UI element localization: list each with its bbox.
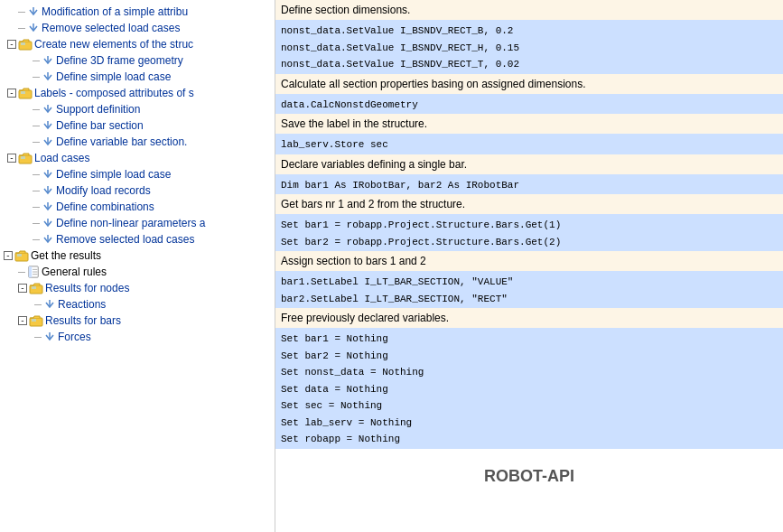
code-content: lab_serv.Store sec bbox=[281, 139, 388, 150]
expand-icon[interactable]: - bbox=[4, 251, 13, 260]
cell-content: Declare variables defining a single bar. bbox=[275, 154, 783, 174]
tree-item-general-rules[interactable]: General rules bbox=[0, 264, 275, 280]
arrow-icon bbox=[42, 119, 54, 132]
tree-item-define-bar-section[interactable]: Define bar section bbox=[0, 117, 275, 134]
tree-item-support-definition[interactable]: Support definition bbox=[0, 101, 275, 117]
arrow-icon bbox=[27, 22, 40, 34]
expand-icon[interactable]: - bbox=[18, 284, 27, 293]
expand-icon[interactable]: - bbox=[7, 89, 16, 98]
book-icon bbox=[27, 266, 40, 278]
cell-content: Calculate all section properties basing … bbox=[275, 74, 783, 94]
h-connector bbox=[18, 28, 25, 29]
cell-content: Set bar1 = Nothing Set bar2 = Nothing Se… bbox=[275, 328, 783, 449]
right-content-panel: Define section dimensions.nonst_data.Set… bbox=[275, 0, 783, 532]
tree-item-define-simple-load2[interactable]: Define simple load case bbox=[0, 166, 275, 182]
expand-icon[interactable]: - bbox=[18, 316, 27, 325]
h-connector bbox=[33, 223, 40, 224]
tree-item-labels-composed[interactable]: - Labels - composed attributes of s bbox=[0, 85, 275, 101]
tree-label: Define variable bar section. bbox=[56, 135, 187, 148]
cell-content: Get bars nr 1 and 2 from the structure. bbox=[275, 194, 783, 214]
tree-navigation: Modification of a simple attribu Remove … bbox=[0, 0, 275, 349]
table-row: Define section dimensions. bbox=[275, 0, 783, 20]
table-row: Assign section to bars 1 and 2 bbox=[275, 251, 783, 271]
tree-item-define-3d-frame[interactable]: Define 3D frame geometry bbox=[0, 52, 275, 69]
table-row: data.CalcNonstdGeometry bbox=[275, 94, 783, 115]
cell-content: nonst_data.SetValue I_BSNDV_RECT_B, 0.2 … bbox=[275, 20, 783, 74]
tree-item-get-results[interactable]: - Get the results bbox=[0, 247, 275, 264]
code-content: Set bar1 = Nothing Set bar2 = Nothing Se… bbox=[281, 333, 424, 444]
h-connector bbox=[33, 109, 40, 110]
table-row: Set bar1 = Nothing Set bar2 = Nothing Se… bbox=[275, 328, 783, 449]
tree-label: Remove selected load cases bbox=[56, 233, 194, 246]
table-row: bar1.SetLabel I_LT_BAR_SECTION, "VALUE" … bbox=[275, 271, 783, 308]
arrow-icon bbox=[42, 184, 54, 197]
table-row: Save the label in the structure. bbox=[275, 114, 783, 134]
tree-label: Forces bbox=[58, 331, 91, 343]
left-navigation-panel: Modification of a simple attribu Remove … bbox=[0, 0, 275, 532]
table-row: nonst_data.SetValue I_BSNDV_RECT_B, 0.2 … bbox=[275, 20, 783, 74]
tree-label: Define simple load case bbox=[56, 168, 171, 181]
tree-item-define-nonlinear[interactable]: Define non-linear parameters a bbox=[0, 215, 275, 231]
tree-item-reactions[interactable]: Reactions bbox=[0, 296, 275, 313]
arrow-icon bbox=[42, 54, 54, 67]
tree-label: Support definition bbox=[56, 103, 140, 116]
tree-item-mod-simple-attrib[interactable]: Modification of a simple attribu bbox=[0, 4, 275, 20]
tree-item-define-combinations[interactable]: Define combinations bbox=[0, 199, 275, 215]
tree-label: Results for bars bbox=[45, 314, 121, 327]
tree-item-create-new-elements[interactable]: - Create new elements of the struc bbox=[0, 36, 275, 52]
h-connector bbox=[33, 77, 40, 78]
tree-item-remove-load-cases-2[interactable]: Remove selected load cases bbox=[0, 231, 275, 247]
tree-item-forces[interactable]: Forces bbox=[0, 329, 275, 345]
code-content: nonst_data.SetValue I_BSNDV_RECT_B, 0.2 … bbox=[281, 25, 519, 70]
tree-label: Define 3D frame geometry bbox=[56, 54, 183, 67]
h-connector bbox=[34, 304, 42, 305]
expand-icon[interactable]: - bbox=[7, 154, 16, 163]
tree-label: Modification of a simple attribu bbox=[42, 5, 188, 18]
tree-item-load-cases[interactable]: - Load cases bbox=[0, 150, 275, 166]
tree-label: Modify load records bbox=[56, 184, 151, 197]
arrow-icon bbox=[43, 298, 56, 311]
h-connector bbox=[33, 239, 40, 240]
cell-content: lab_serv.Store sec bbox=[275, 134, 783, 154]
h-connector bbox=[33, 207, 40, 208]
arrow-icon bbox=[42, 135, 54, 148]
expand-icon[interactable]: - bbox=[7, 40, 16, 49]
folder-icon bbox=[18, 38, 33, 51]
tree-item-define-variable-bar[interactable]: Define variable bar section. bbox=[0, 134, 275, 150]
arrow-icon bbox=[27, 5, 40, 18]
arrow-icon bbox=[42, 217, 54, 229]
cell-content: Assign section to bars 1 and 2 bbox=[275, 251, 783, 271]
tree-label: Define non-linear parameters a bbox=[56, 217, 205, 229]
robot-api-footer: ROBOT-API bbox=[275, 449, 783, 495]
tree-item-results-for-nodes[interactable]: - Results for nodes bbox=[0, 280, 275, 296]
cell-content: Set bar1 = robapp.Project.Structure.Bars… bbox=[275, 214, 783, 251]
table-row: Set bar1 = robapp.Project.Structure.Bars… bbox=[275, 214, 783, 251]
tree-item-remove-load-cases-1[interactable]: Remove selected load cases bbox=[0, 20, 275, 36]
arrow-icon bbox=[42, 201, 54, 213]
tree-label: Results for nodes bbox=[45, 282, 129, 294]
table-row: Dim bar1 As IRobotBar, bar2 As IRobotBar bbox=[275, 174, 783, 195]
content-table: Define section dimensions.nonst_data.Set… bbox=[275, 0, 783, 449]
cell-content: Dim bar1 As IRobotBar, bar2 As IRobotBar bbox=[275, 174, 783, 195]
code-content: bar1.SetLabel I_LT_BAR_SECTION, "VALUE" … bbox=[281, 276, 513, 304]
folder-icon bbox=[14, 249, 29, 262]
tree-label: Get the results bbox=[31, 249, 101, 262]
folder-icon bbox=[18, 87, 33, 99]
arrow-icon bbox=[43, 331, 56, 343]
cell-content: bar1.SetLabel I_LT_BAR_SECTION, "VALUE" … bbox=[275, 271, 783, 308]
h-connector bbox=[33, 174, 40, 175]
folder-icon bbox=[29, 282, 43, 294]
table-row: Get bars nr 1 and 2 from the structure. bbox=[275, 194, 783, 214]
tree-item-modify-load-records[interactable]: Modify load records bbox=[0, 182, 275, 199]
svg-rect-29 bbox=[32, 319, 36, 322]
cell-content: Free previously declared variables. bbox=[275, 308, 783, 328]
tree-label: Define simple load case bbox=[56, 70, 171, 83]
h-connector bbox=[18, 272, 25, 273]
arrow-icon bbox=[42, 168, 54, 181]
cell-content: Save the label in the structure. bbox=[275, 114, 783, 134]
svg-rect-3 bbox=[21, 42, 25, 45]
cell-content: Define section dimensions. bbox=[275, 0, 783, 20]
tree-item-results-for-bars[interactable]: - Results for bars bbox=[0, 313, 275, 329]
h-connector bbox=[33, 126, 40, 126]
tree-item-define-simple-load[interactable]: Define simple load case bbox=[0, 69, 275, 85]
